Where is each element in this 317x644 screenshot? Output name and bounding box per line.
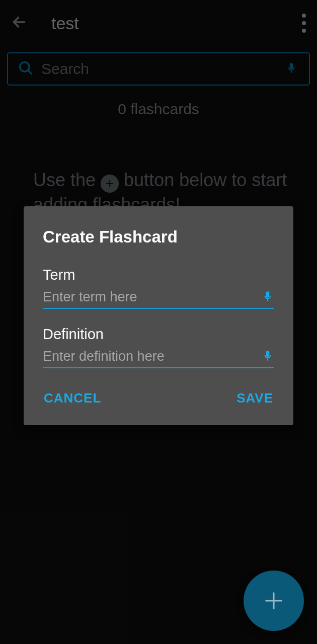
term-input[interactable] bbox=[43, 289, 261, 305]
term-label: Term bbox=[43, 267, 274, 283]
microphone-icon[interactable] bbox=[261, 349, 274, 364]
cancel-button[interactable]: CANCEL bbox=[43, 386, 102, 410]
microphone-icon[interactable] bbox=[261, 290, 274, 305]
create-flashcard-dialog: Create Flashcard Term Definition CANCEL … bbox=[24, 206, 293, 425]
svg-rect-2 bbox=[267, 299, 268, 301]
definition-input[interactable] bbox=[43, 349, 261, 364]
definition-label: Definition bbox=[43, 326, 274, 343]
svg-rect-3 bbox=[267, 358, 268, 360]
save-button[interactable]: SAVE bbox=[235, 386, 274, 410]
add-flashcard-fab[interactable] bbox=[244, 571, 304, 631]
dialog-title: Create Flashcard bbox=[43, 227, 274, 247]
